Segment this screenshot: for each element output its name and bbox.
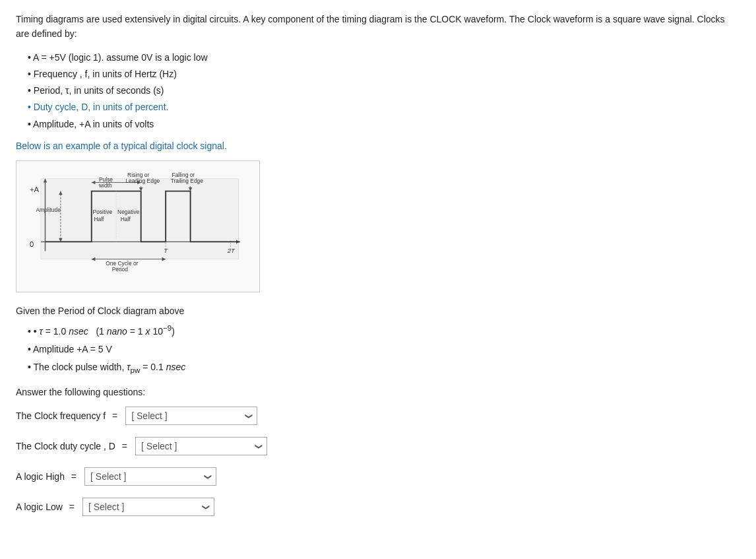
frequency-question-row: The Clock frequency f = [ Select ] [16,407,740,425]
tau-label: • τ = 1.0 nsec (1 nano = 1 x 10−9) [34,326,175,337]
svg-text:Half: Half [94,215,104,222]
svg-text:width: width [98,182,112,189]
given-list: • τ = 1.0 nsec (1 nano = 1 x 10−9) Ampli… [28,321,740,378]
logic-low-label: A logic Low = [16,502,79,512]
svg-text:Period: Period [112,266,129,273]
logic-high-question-row: A logic High = [ Select ] [16,467,740,486]
bullet-1: A = +5V (logic 1). assume 0V is a logic … [28,49,740,66]
svg-text:Negative: Negative [117,209,140,215]
svg-text:Leading Edge: Leading Edge [125,178,160,184]
svg-text:2T: 2T [227,247,236,254]
intro-bullets: A = +5V (logic 1). assume 0V is a logic … [28,49,740,133]
logic-low-select[interactable]: [ Select ] [82,498,214,516]
given-item-2: Amplitude +A = 5 V [28,341,740,358]
svg-text:Amplitude: Amplitude [36,207,61,213]
bullet-3: Period, τ, in units of seconds (s) [28,82,740,99]
given-item-3: The clock pulse width, τpw = 0.1 nsec [28,358,740,378]
duty-cycle-select[interactable]: [ Select ] [135,437,267,455]
bullet-4: Duty cycle, D, in units of percent. [28,99,740,115]
example-label: Below is an example of a typical digital… [16,141,740,151]
pulse-width-label: The clock pulse width, τpw = 0.1 nsec [34,362,186,372]
zero-label: 0 [30,240,34,248]
bullet-5: Amplitude, +A in units of volts [28,116,740,133]
svg-text:Half: Half [121,215,131,222]
frequency-select[interactable]: [ Select ] [125,407,257,425]
svg-text:Positive: Positive [93,209,113,215]
duty-cycle-question-row: The Clock duty cycle , D = [ Select ] [16,437,740,455]
logic-high-label: A logic High = [16,471,80,482]
logic-low-select-container[interactable]: [ Select ] [82,498,214,516]
frequency-select-container[interactable]: [ Select ] [125,407,257,425]
given-title: Given the Period of Clock diagram above [16,306,740,316]
logic-low-question-row: A logic Low = [ Select ] [16,498,740,516]
bullet-2: Frequency , f, in units of Hertz (Hz) [28,66,740,82]
frequency-label: The Clock frequency f = [16,411,121,421]
given-section: Given the Period of Clock diagram above … [16,306,740,378]
clock-diagram: +A 0 Pulse width Rising or Leading Edge … [16,160,260,292]
intro-paragraph: Timing diagrams are used extensively in … [16,12,740,42]
logic-high-select-container[interactable]: [ Select ] [84,467,216,486]
diagram-svg: +A 0 Pulse width Rising or Leading Edge … [23,168,253,285]
answer-section-title: Answer the following questions: [16,387,740,397]
logic-high-select[interactable]: [ Select ] [84,467,216,486]
amplitude-label: Amplitude +A = 5 V [33,344,112,354]
plus-a-label: +A [30,185,40,193]
given-item-1: • τ = 1.0 nsec (1 nano = 1 x 10−9) [28,321,740,341]
duty-cycle-label: The Clock duty cycle , D = [16,441,131,451]
duty-cycle-select-container[interactable]: [ Select ] [135,437,267,455]
svg-text:Trailing Edge: Trailing Edge [171,178,204,184]
